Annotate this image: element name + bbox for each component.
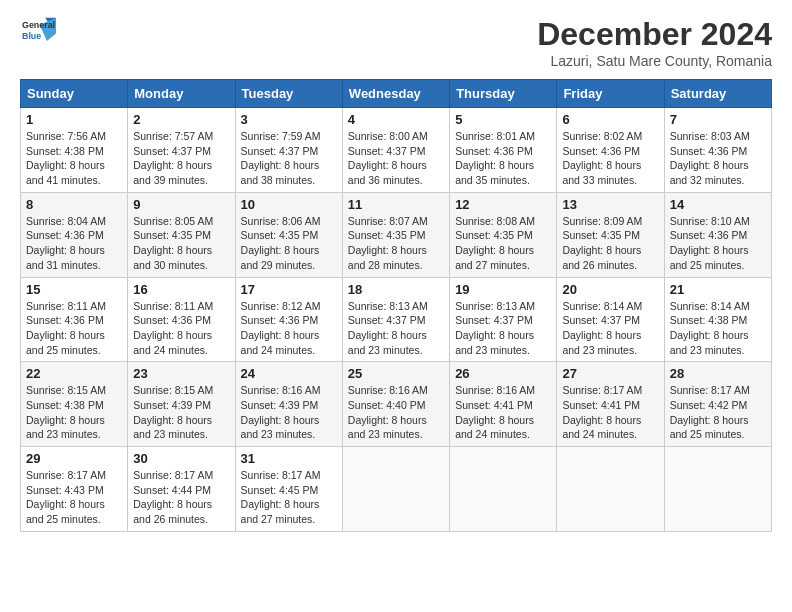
day-number: 7 <box>670 112 766 127</box>
calendar-title: December 2024 <box>537 16 772 53</box>
calendar-cell: 13Sunrise: 8:09 AM Sunset: 4:35 PM Dayli… <box>557 192 664 277</box>
calendar-cell: 23Sunrise: 8:15 AM Sunset: 4:39 PM Dayli… <box>128 362 235 447</box>
day-number: 3 <box>241 112 337 127</box>
day-info: Sunrise: 8:17 AM Sunset: 4:43 PM Dayligh… <box>26 468 122 527</box>
day-number: 15 <box>26 282 122 297</box>
day-number: 9 <box>133 197 229 212</box>
day-info: Sunrise: 8:01 AM Sunset: 4:36 PM Dayligh… <box>455 129 551 188</box>
day-info: Sunrise: 8:05 AM Sunset: 4:35 PM Dayligh… <box>133 214 229 273</box>
day-info: Sunrise: 8:07 AM Sunset: 4:35 PM Dayligh… <box>348 214 444 273</box>
day-number: 2 <box>133 112 229 127</box>
calendar-cell: 11Sunrise: 8:07 AM Sunset: 4:35 PM Dayli… <box>342 192 449 277</box>
day-number: 4 <box>348 112 444 127</box>
day-info: Sunrise: 8:13 AM Sunset: 4:37 PM Dayligh… <box>348 299 444 358</box>
calendar-cell: 25Sunrise: 8:16 AM Sunset: 4:40 PM Dayli… <box>342 362 449 447</box>
calendar-cell: 24Sunrise: 8:16 AM Sunset: 4:39 PM Dayli… <box>235 362 342 447</box>
calendar-cell: 15Sunrise: 8:11 AM Sunset: 4:36 PM Dayli… <box>21 277 128 362</box>
weekday-header: Monday <box>128 80 235 108</box>
day-number: 25 <box>348 366 444 381</box>
day-info: Sunrise: 8:14 AM Sunset: 4:38 PM Dayligh… <box>670 299 766 358</box>
day-info: Sunrise: 8:11 AM Sunset: 4:36 PM Dayligh… <box>26 299 122 358</box>
day-info: Sunrise: 8:16 AM Sunset: 4:40 PM Dayligh… <box>348 383 444 442</box>
day-info: Sunrise: 8:17 AM Sunset: 4:44 PM Dayligh… <box>133 468 229 527</box>
calendar-cell: 2Sunrise: 7:57 AM Sunset: 4:37 PM Daylig… <box>128 108 235 193</box>
day-number: 22 <box>26 366 122 381</box>
day-info: Sunrise: 8:15 AM Sunset: 4:39 PM Dayligh… <box>133 383 229 442</box>
calendar-cell: 18Sunrise: 8:13 AM Sunset: 4:37 PM Dayli… <box>342 277 449 362</box>
calendar-cell: 14Sunrise: 8:10 AM Sunset: 4:36 PM Dayli… <box>664 192 771 277</box>
day-info: Sunrise: 8:14 AM Sunset: 4:37 PM Dayligh… <box>562 299 658 358</box>
calendar-cell: 29Sunrise: 8:17 AM Sunset: 4:43 PM Dayli… <box>21 447 128 532</box>
calendar-cell: 6Sunrise: 8:02 AM Sunset: 4:36 PM Daylig… <box>557 108 664 193</box>
day-number: 30 <box>133 451 229 466</box>
calendar-body: 1Sunrise: 7:56 AM Sunset: 4:38 PM Daylig… <box>21 108 772 532</box>
calendar-cell: 26Sunrise: 8:16 AM Sunset: 4:41 PM Dayli… <box>450 362 557 447</box>
day-number: 10 <box>241 197 337 212</box>
weekday-header: Wednesday <box>342 80 449 108</box>
svg-text:Blue: Blue <box>22 31 41 41</box>
calendar-table: SundayMondayTuesdayWednesdayThursdayFrid… <box>20 79 772 532</box>
day-number: 28 <box>670 366 766 381</box>
calendar-cell: 31Sunrise: 8:17 AM Sunset: 4:45 PM Dayli… <box>235 447 342 532</box>
day-info: Sunrise: 8:00 AM Sunset: 4:37 PM Dayligh… <box>348 129 444 188</box>
calendar-cell <box>557 447 664 532</box>
day-number: 11 <box>348 197 444 212</box>
weekday-header: Tuesday <box>235 80 342 108</box>
day-number: 14 <box>670 197 766 212</box>
calendar-week-row: 8Sunrise: 8:04 AM Sunset: 4:36 PM Daylig… <box>21 192 772 277</box>
calendar-cell: 1Sunrise: 7:56 AM Sunset: 4:38 PM Daylig… <box>21 108 128 193</box>
calendar-cell: 30Sunrise: 8:17 AM Sunset: 4:44 PM Dayli… <box>128 447 235 532</box>
day-info: Sunrise: 8:10 AM Sunset: 4:36 PM Dayligh… <box>670 214 766 273</box>
calendar-cell: 20Sunrise: 8:14 AM Sunset: 4:37 PM Dayli… <box>557 277 664 362</box>
calendar-cell: 28Sunrise: 8:17 AM Sunset: 4:42 PM Dayli… <box>664 362 771 447</box>
weekday-header: Thursday <box>450 80 557 108</box>
calendar-cell: 17Sunrise: 8:12 AM Sunset: 4:36 PM Dayli… <box>235 277 342 362</box>
day-number: 21 <box>670 282 766 297</box>
day-info: Sunrise: 8:17 AM Sunset: 4:42 PM Dayligh… <box>670 383 766 442</box>
day-number: 5 <box>455 112 551 127</box>
calendar-week-row: 15Sunrise: 8:11 AM Sunset: 4:36 PM Dayli… <box>21 277 772 362</box>
day-info: Sunrise: 8:08 AM Sunset: 4:35 PM Dayligh… <box>455 214 551 273</box>
day-number: 23 <box>133 366 229 381</box>
calendar-cell: 10Sunrise: 8:06 AM Sunset: 4:35 PM Dayli… <box>235 192 342 277</box>
day-info: Sunrise: 8:06 AM Sunset: 4:35 PM Dayligh… <box>241 214 337 273</box>
day-number: 17 <box>241 282 337 297</box>
day-number: 12 <box>455 197 551 212</box>
day-info: Sunrise: 7:57 AM Sunset: 4:37 PM Dayligh… <box>133 129 229 188</box>
calendar-cell: 27Sunrise: 8:17 AM Sunset: 4:41 PM Dayli… <box>557 362 664 447</box>
day-info: Sunrise: 8:17 AM Sunset: 4:41 PM Dayligh… <box>562 383 658 442</box>
day-number: 27 <box>562 366 658 381</box>
weekday-header: Sunday <box>21 80 128 108</box>
calendar-cell: 22Sunrise: 8:15 AM Sunset: 4:38 PM Dayli… <box>21 362 128 447</box>
calendar-cell: 9Sunrise: 8:05 AM Sunset: 4:35 PM Daylig… <box>128 192 235 277</box>
day-info: Sunrise: 8:13 AM Sunset: 4:37 PM Dayligh… <box>455 299 551 358</box>
calendar-header-row: SundayMondayTuesdayWednesdayThursdayFrid… <box>21 80 772 108</box>
calendar-cell <box>450 447 557 532</box>
page-header: General Blue December 2024 Lazuri, Satu … <box>20 16 772 69</box>
day-info: Sunrise: 8:02 AM Sunset: 4:36 PM Dayligh… <box>562 129 658 188</box>
calendar-cell: 8Sunrise: 8:04 AM Sunset: 4:36 PM Daylig… <box>21 192 128 277</box>
day-number: 29 <box>26 451 122 466</box>
calendar-cell: 3Sunrise: 7:59 AM Sunset: 4:37 PM Daylig… <box>235 108 342 193</box>
weekday-header: Friday <box>557 80 664 108</box>
calendar-cell: 4Sunrise: 8:00 AM Sunset: 4:37 PM Daylig… <box>342 108 449 193</box>
day-info: Sunrise: 8:12 AM Sunset: 4:36 PM Dayligh… <box>241 299 337 358</box>
calendar-week-row: 1Sunrise: 7:56 AM Sunset: 4:38 PM Daylig… <box>21 108 772 193</box>
day-info: Sunrise: 8:16 AM Sunset: 4:39 PM Dayligh… <box>241 383 337 442</box>
day-number: 13 <box>562 197 658 212</box>
day-info: Sunrise: 7:56 AM Sunset: 4:38 PM Dayligh… <box>26 129 122 188</box>
day-info: Sunrise: 8:09 AM Sunset: 4:35 PM Dayligh… <box>562 214 658 273</box>
day-info: Sunrise: 8:11 AM Sunset: 4:36 PM Dayligh… <box>133 299 229 358</box>
calendar-cell: 7Sunrise: 8:03 AM Sunset: 4:36 PM Daylig… <box>664 108 771 193</box>
day-number: 18 <box>348 282 444 297</box>
day-number: 8 <box>26 197 122 212</box>
weekday-header: Saturday <box>664 80 771 108</box>
day-info: Sunrise: 8:15 AM Sunset: 4:38 PM Dayligh… <box>26 383 122 442</box>
calendar-week-row: 29Sunrise: 8:17 AM Sunset: 4:43 PM Dayli… <box>21 447 772 532</box>
calendar-cell: 19Sunrise: 8:13 AM Sunset: 4:37 PM Dayli… <box>450 277 557 362</box>
day-info: Sunrise: 8:03 AM Sunset: 4:36 PM Dayligh… <box>670 129 766 188</box>
logo-icon: General Blue <box>20 16 56 48</box>
calendar-cell: 16Sunrise: 8:11 AM Sunset: 4:36 PM Dayli… <box>128 277 235 362</box>
calendar-cell: 5Sunrise: 8:01 AM Sunset: 4:36 PM Daylig… <box>450 108 557 193</box>
day-number: 6 <box>562 112 658 127</box>
